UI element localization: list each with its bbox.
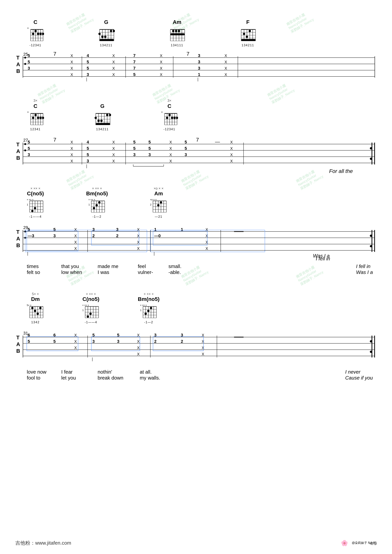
svg-text:1: 1: [140, 309, 141, 312]
svg-text:7: 7: [133, 53, 135, 58]
svg-point-163: [171, 117, 173, 119]
svg-text:X: X: [70, 66, 73, 70]
svg-text:X: X: [160, 66, 162, 70]
svg-text:X: X: [70, 159, 73, 163]
chord-name-F: F: [246, 19, 249, 25]
chord-row-1: C ×: [15, 19, 377, 47]
chord-fingers-Am2: —21: [155, 215, 162, 218]
svg-point-352: [87, 315, 89, 318]
svg-text:A: A: [16, 236, 20, 242]
svg-text:×: ×: [161, 111, 163, 114]
chord-name-Am2: Am: [154, 191, 163, 197]
svg-text:×: ×: [27, 27, 29, 30]
svg-rect-312: [153, 231, 207, 245]
tab-staff-3: T A B 29 5: [15, 220, 377, 263]
svg-text:A: A: [16, 148, 20, 154]
svg-point-270: [160, 201, 162, 204]
chord-name-G: G: [104, 19, 108, 25]
svg-text:B: B: [16, 155, 20, 161]
section-4: 5× × Dm 5× ×: [15, 292, 377, 386]
chord-Am-1: Am 134111: [168, 19, 186, 47]
svg-text:X: X: [224, 66, 227, 70]
svg-text:X: X: [230, 153, 233, 157]
svg-text:5: 5: [184, 140, 187, 145]
svg-text:X: X: [160, 54, 162, 58]
svg-text:5: 5: [133, 72, 135, 77]
svg-text:B: B: [16, 68, 20, 74]
svg-text:X: X: [224, 60, 227, 64]
chord-row-3: × ×× × C(no5) × ×× × 1: [15, 187, 377, 218]
svg-point-368: [147, 310, 149, 312]
svg-text:2: 2: [116, 233, 119, 238]
svg-point-238: [31, 210, 34, 212]
chord-diagram-Am2: ×o × × 2: [150, 197, 167, 215]
svg-point-130: [39, 117, 42, 119]
chord-fingers-Dm: 1342: [31, 321, 40, 324]
svg-point-128: [32, 117, 34, 119]
footer-url: 吉他粉：www.jitafen.com: [15, 540, 71, 546]
svg-text:X: X: [74, 240, 77, 244]
svg-text:X: X: [70, 60, 73, 64]
chord-C-2a: 3× C ×: [27, 99, 44, 131]
svg-rect-292: [27, 231, 78, 251]
svg-text:T: T: [16, 142, 20, 147]
svg-text:X: X: [112, 60, 115, 64]
fret-indicator-C2: 3×: [34, 99, 37, 103]
chord-name-Cno5: C(no5): [27, 191, 44, 197]
tab-staff-4: T A B 31 6 5 6 5 X: [15, 326, 377, 368]
svg-text:5: 5: [148, 140, 151, 145]
svg-point-129: [37, 117, 39, 119]
chord-fingers-G2: 134211: [96, 128, 109, 131]
lyric-right-2: I never Cause if you: [345, 369, 373, 381]
tab-staff-2: T A B 27 5 5 3: [15, 133, 377, 175]
svg-text:X: X: [169, 153, 172, 157]
svg-text:1: 1: [198, 72, 200, 77]
svg-text:X: X: [112, 66, 115, 70]
svg-text:5× ×: 5× ×: [27, 304, 31, 307]
svg-point-46: [175, 30, 177, 32]
fret-marker-Bmno5-2: × ×× ×: [144, 292, 154, 296]
svg-text:5: 5: [87, 146, 89, 151]
svg-text:1: 1: [88, 203, 90, 206]
svg-text:5: 5: [92, 333, 95, 338]
svg-point-143: [95, 117, 97, 119]
svg-point-28: [98, 33, 101, 35]
svg-text:3: 3: [181, 333, 183, 338]
chord-fingers-Cno5-2: -1——4: [84, 321, 97, 324]
chord-Bmno5: × ×× × Bm(no5) × ×× × 1: [86, 187, 108, 218]
svg-text:3: 3: [28, 152, 30, 157]
fret-marker-Bmno5: × ×× ×: [92, 187, 102, 191]
chord-name-C2: C: [34, 103, 37, 109]
chord-diagram-C3: ×: [161, 110, 178, 127]
svg-text:Was I a: Was I a: [313, 253, 329, 258]
chord-name-G2: G: [100, 103, 105, 109]
svg-text:3: 3: [117, 339, 119, 344]
svg-text:X: X: [70, 146, 73, 151]
svg-rect-48: [170, 33, 185, 35]
svg-text:2: 2: [150, 203, 151, 206]
svg-text:7: 7: [53, 51, 56, 57]
svg-point-353: [89, 312, 92, 315]
svg-text:5: 5: [87, 60, 89, 64]
page: 南音吉他小屋NancyGuitar采韵妹子_Nancy 南音吉他小屋NancyG…: [0, 0, 392, 554]
svg-text:1: 1: [181, 227, 183, 232]
svg-text:X: X: [230, 159, 233, 163]
svg-text:5: 5: [184, 146, 187, 151]
svg-text:5: 5: [53, 339, 56, 344]
svg-point-164: [173, 117, 176, 119]
chord-diagram-Dm: 5× ×: [27, 303, 44, 320]
svg-text:A: A: [16, 61, 20, 67]
svg-text:X: X: [112, 146, 115, 151]
svg-text:6: 6: [53, 333, 56, 338]
svg-text:X: X: [70, 153, 73, 157]
svg-text:3: 3: [198, 60, 200, 64]
svg-text:5: 5: [28, 339, 30, 344]
chord-diagram-G: [98, 26, 115, 43]
chord-fingers-C: -12341: [29, 44, 41, 47]
svg-text:X: X: [206, 240, 208, 244]
svg-point-369: [150, 307, 152, 309]
svg-text:X: X: [169, 159, 172, 163]
chord-F-1: F 134211: [239, 19, 257, 47]
chord-name-Cno5-2: C(no5): [83, 296, 99, 302]
chord-diagram-Am: [168, 26, 186, 43]
